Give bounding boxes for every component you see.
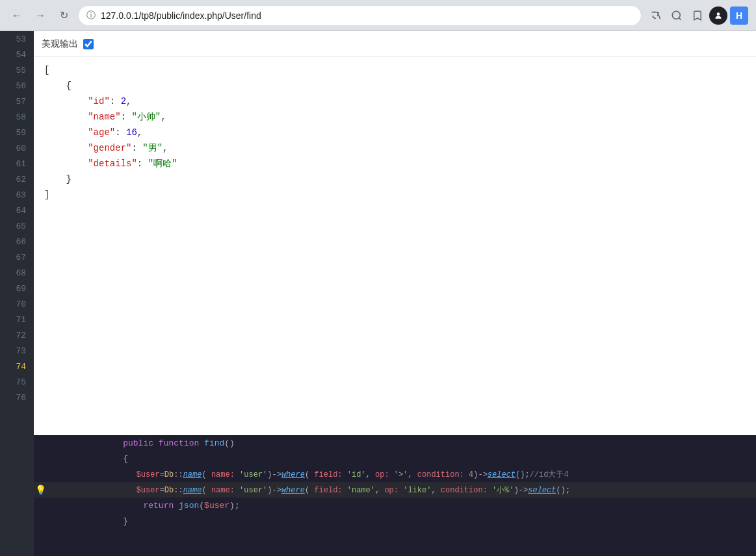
bulb-spacer-76 xyxy=(34,516,47,526)
browser-actions: H xyxy=(647,6,748,25)
bulb-spacer-71 xyxy=(34,438,47,448)
line-numbers-panel: 53 54 55 56 57 58 59 60 61 62 63 64 65 6… xyxy=(0,31,34,556)
line-num-59: 59 xyxy=(0,125,34,140)
json-object-close: } xyxy=(44,171,746,187)
line-num-54: 54 xyxy=(0,47,34,62)
line-num-60: 60 xyxy=(0,140,34,156)
forward-button[interactable]: → xyxy=(31,6,49,25)
line-num-62: 62 xyxy=(0,171,34,187)
line-num-56: 56 xyxy=(0,78,34,94)
code-content-76: } xyxy=(47,507,756,536)
url-text: 127.0.0.1/tp8/public/index.php/User/find xyxy=(101,10,261,21)
line-num-68: 68 xyxy=(0,265,34,281)
svg-point-0 xyxy=(672,11,680,19)
line-num-74: 74 xyxy=(0,359,34,374)
browser-viewport: 美观输出 [ { "id": 2, "name": "小帅", "age": 1… xyxy=(34,31,756,556)
content-area: 53 54 55 56 57 58 59 60 61 62 63 64 65 6… xyxy=(0,31,756,556)
translate-button[interactable] xyxy=(647,6,665,25)
address-bar[interactable]: ⓘ 127.0.0.1/tp8/public/index.php/User/fi… xyxy=(78,5,642,26)
json-details-line: "details": "啊哈" xyxy=(44,156,746,171)
json-age-line: "age": 16, xyxy=(44,125,746,140)
reload-button[interactable]: ↻ xyxy=(55,6,73,25)
json-close-bracket: ] xyxy=(44,187,746,203)
menu-label: H xyxy=(736,10,742,21)
line-num-63: 63 xyxy=(0,187,34,203)
profile-avatar[interactable] xyxy=(709,6,727,25)
bulb-spacer-73 xyxy=(34,469,47,479)
bulb-spacer-75 xyxy=(34,500,47,511)
line-num-69: 69 xyxy=(0,281,34,296)
line-num-65: 65 xyxy=(0,218,34,234)
code-editor: public function find() { $user=Db::name(… xyxy=(34,435,756,556)
line-num-67: 67 xyxy=(0,249,34,265)
line-num-76: 76 xyxy=(0,390,34,405)
line-num-70: 70 xyxy=(0,296,34,312)
line-num-53: 53 xyxy=(0,31,34,47)
line-num-73: 73 xyxy=(0,343,34,359)
json-object-open: { xyxy=(44,78,746,94)
line-num-58: 58 xyxy=(0,109,34,125)
bulb-icon-74: 💡 xyxy=(34,485,47,496)
json-id-line: "id": 2, xyxy=(44,94,746,109)
bookmark-button[interactable] xyxy=(688,6,707,25)
line-num-75: 75 xyxy=(0,374,34,390)
output-toolbar: 美观输出 xyxy=(34,31,756,57)
svg-point-1 xyxy=(717,12,720,16)
line-num-64: 64 xyxy=(0,203,34,218)
json-gender-line: "gender": "男", xyxy=(44,140,746,156)
info-icon: ⓘ xyxy=(86,10,96,21)
menu-button[interactable]: H xyxy=(730,6,748,25)
json-open-bracket: [ xyxy=(44,62,746,78)
checkbox-wrapper xyxy=(83,39,94,49)
line-num-66: 66 xyxy=(0,234,34,249)
zoom-button[interactable] xyxy=(668,6,686,25)
beautiful-output-checkbox[interactable] xyxy=(83,39,94,49)
line-num-61: 61 xyxy=(0,156,34,171)
browser-chrome: ← → ↻ ⓘ 127.0.0.1/tp8/public/index.php/U… xyxy=(0,0,756,31)
json-output: [ { "id": 2, "name": "小帅", "age": 16, "g… xyxy=(34,57,756,435)
line-num-72: 72 xyxy=(0,327,34,343)
back-button[interactable]: ← xyxy=(8,6,26,25)
json-name-line: "name": "小帅", xyxy=(44,109,746,125)
line-num-55: 55 xyxy=(0,62,34,78)
line-num-57: 57 xyxy=(0,94,34,109)
toolbar-label: 美观输出 xyxy=(42,38,78,50)
bulb-spacer-72 xyxy=(34,453,47,464)
line-num-71: 71 xyxy=(0,312,34,327)
code-line-76: } xyxy=(34,513,756,529)
